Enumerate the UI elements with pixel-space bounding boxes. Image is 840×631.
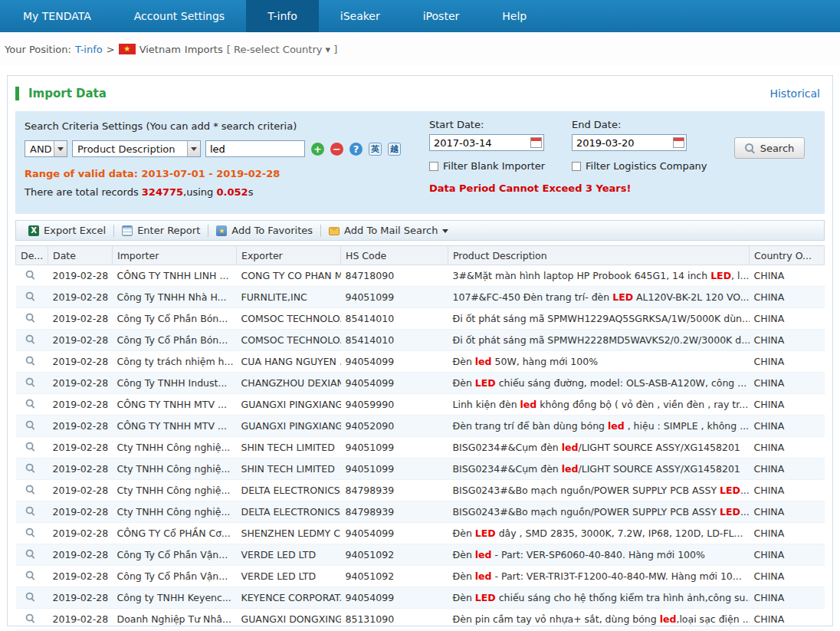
cell-date: 2019-02-28 [48,351,113,373]
operator-select[interactable]: AND [25,140,67,157]
table-row[interactable]: 2019-02-28 CÔNG TY Cổ PHẦN Cơ... SHENZHE… [16,523,825,544]
dropdown-arrow-icon [442,229,448,236]
cell-hs-code: 84798939 [341,501,448,523]
table-row[interactable]: 2019-02-28 Công Ty Cổ Phần Bón... COMSOC… [16,308,825,330]
cell-detail [16,330,48,351]
cell-detail [16,437,48,458]
period-warning: Data Period Cannot Exceed 3 Years! [429,182,725,194]
view-detail-icon[interactable] [25,527,34,537]
table-row[interactable]: 2019-02-28 CÔNG TY TNHH LINH ... CONG TY… [16,265,825,287]
vietnamese-lang-icon[interactable]: 越 [388,143,401,156]
view-detail-icon[interactable] [25,356,34,365]
table-row[interactable]: 2019-02-28 Cty TNHH Công nghiệ... DELTA … [16,480,825,501]
toolbar-add-to-favorites[interactable]: Add To Favorites [210,225,319,236]
historical-link[interactable]: Historical [769,87,820,100]
view-detail-icon[interactable] [25,399,34,408]
column-header-importer: Importer [113,246,237,265]
cell-product-description: Đèn trang trí để bàn dùng bóng led , hiệ… [448,416,750,437]
nav-item-help[interactable]: Help [481,0,548,32]
reselect-country-link[interactable]: [ Re-select Country ▾ ] [227,44,338,55]
table-row[interactable]: 2019-02-28 Công Ty TNHH Nhà H... FURNLIT… [16,287,825,308]
table-row[interactable]: 2019-02-28 Công Ty TNHH Indust... CHANGZ… [16,373,825,394]
search-button[interactable]: Search [734,137,805,159]
view-detail-icon[interactable] [25,291,34,301]
view-detail-icon[interactable] [25,506,34,515]
calendar-icon[interactable] [530,137,542,148]
view-detail-icon[interactable] [25,549,34,558]
results-table-wrap: De...DateImporterExporterHS CodeProduct … [15,245,825,630]
cell-detail [16,566,48,587]
view-detail-icon[interactable] [25,570,34,580]
cell-importer: Công Ty Cổ Phần Bón... [113,330,237,351]
breadcrumb-tinfo-link[interactable]: T-info [75,44,103,55]
cell-date: 2019-02-28 [48,609,113,630]
search-button-label: Search [760,143,795,154]
add-criteria-icon[interactable]: + [311,143,324,156]
table-row[interactable]: 2019-02-28 CÔNG TY TNHH MTV ... GUANGXI … [16,394,825,416]
calendar-icon[interactable] [673,137,684,148]
remove-criteria-icon[interactable]: − [330,143,343,156]
toolbar-add-to-mail-search[interactable]: Add To Mail Search [323,225,454,236]
mail-icon [329,227,340,235]
table-header-row: De...DateImporterExporterHS CodeProduct … [16,246,825,265]
view-detail-icon[interactable] [25,377,34,386]
cell-detail [16,265,48,287]
favorites-icon [216,225,227,236]
filter-blank-importer-checkbox[interactable]: Filter Blank Importer [429,160,572,172]
view-detail-icon[interactable] [25,463,34,472]
cell-product-description: BISG0243#&Bo mạch nguồn/POWER SUPPLY PCB… [448,480,750,501]
cell-hs-code: 94051099 [341,437,448,458]
cell-product-description: BISG0243#&Bo mạch nguồn/POWER SUPPLY PCB… [448,501,750,523]
view-detail-icon[interactable] [25,592,34,601]
operator-select-value: AND [30,143,54,155]
cell-date: 2019-02-28 [48,416,113,437]
nav-item-account-settings[interactable]: Account Settings [113,0,246,32]
column-header-product-description: Product Description [448,246,750,265]
view-detail-icon[interactable] [25,442,34,451]
table-row[interactable]: 2019-02-28 Công Ty Cổ Phần Bón... COMSOC… [16,330,825,351]
nav-item-iposter[interactable]: iPoster [402,0,481,32]
start-date-field [429,134,544,151]
field-select[interactable]: Product Description [72,140,201,157]
english-lang-icon[interactable]: 英 [369,143,382,156]
table-row[interactable]: 2019-02-28 Cty TNHH Công nghiệ... SHIN T… [16,458,825,480]
start-date-input[interactable] [430,137,530,149]
toolbar-separator [320,225,321,237]
view-detail-icon[interactable] [25,420,34,429]
table-row[interactable]: 2019-02-28 Công Ty Cổ Phần Vận... VERDE … [16,566,825,587]
view-detail-icon[interactable] [25,485,34,494]
valid-data-range: Range of valid data: 2013-07-01 - 2019-0… [25,168,401,179]
table-row[interactable]: 2019-02-28 Công Ty Cổ Phần Vận... VERDE … [16,544,825,566]
table-row[interactable]: 2019-02-28 Công ty TNHH Keyenc... KEYENC… [16,587,825,609]
nav-item-iseaker[interactable]: iSeaker [319,0,402,32]
table-row[interactable]: 2019-02-28 Doanh Nghiệp Tư Nhâ... GUANGX… [16,609,825,630]
cell-exporter: GUANGXI DONGXING... [237,609,341,630]
cell-exporter: CUA HANG NGUYEN ... [237,351,341,373]
query-time: 0.052 [217,186,248,198]
keyword-input[interactable] [205,140,305,157]
toolbar-enter-report[interactable]: Enter Report [116,225,206,236]
view-detail-icon[interactable] [25,270,34,279]
view-detail-icon[interactable] [25,613,34,623]
view-detail-icon[interactable] [25,334,34,343]
table-row[interactable]: 2019-02-28 Cty TNHH Công nghiệ... DELTA … [16,501,825,523]
cell-exporter: COMSOC TECHNOLO... [237,308,341,330]
toolbar-separator [208,225,208,237]
help-icon[interactable]: ? [349,143,363,156]
view-detail-icon[interactable] [25,313,34,322]
cell-importer: CÔNG TY Cổ PHẦN Cơ... [113,523,237,544]
table-row[interactable]: 2019-02-28 Cty TNHH Công nghiệ... SHIN T… [16,437,825,458]
cell-detail [16,480,48,501]
filter-logistics-checkbox[interactable]: Filter Logistics Company [572,160,725,172]
breadcrumb-section: Imports [185,44,223,55]
cell-country: CHINA [750,609,825,630]
column-header-exporter: Exporter [237,246,341,265]
table-row[interactable]: 2019-02-28 CÔNG TY TNHH MTV ... GUANGXI … [16,416,825,437]
nav-item-my-tendata[interactable]: My TENDATA [2,0,113,32]
nav-item-t-info[interactable]: T-info [246,0,319,32]
search-criteria-panel: Search Criteria Settings (You can add * … [15,111,825,214]
table-row[interactable]: 2019-02-28 Công ty trách nhiệm h... CUA … [16,351,825,373]
toolbar-export-excel[interactable]: Export Excel [22,225,112,236]
toolbar-label: Export Excel [44,225,106,236]
end-date-input[interactable] [573,137,673,149]
